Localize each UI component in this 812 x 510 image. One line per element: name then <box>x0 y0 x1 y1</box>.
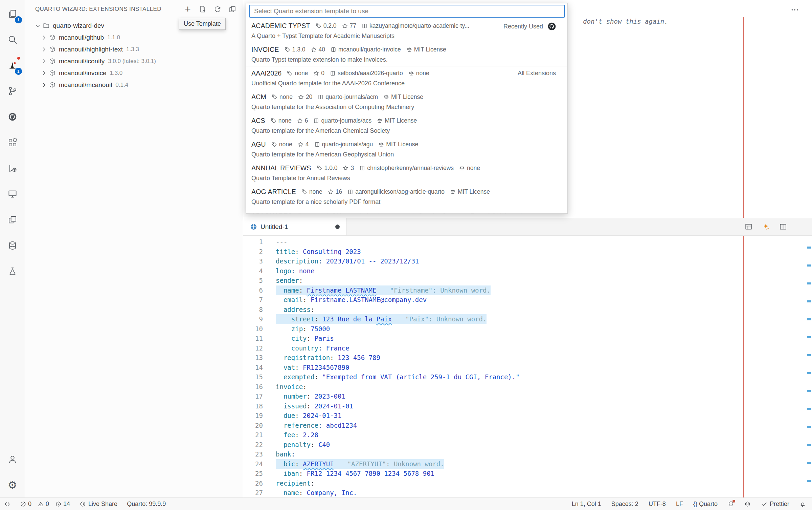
yaml-key: reference <box>284 422 318 429</box>
indentation-item[interactable]: Spaces: 2 <box>611 501 638 508</box>
split-editor-icon[interactable] <box>779 222 787 231</box>
star-icon <box>297 118 303 124</box>
code-line[interactable]: 6 name: Firstname LASTNAME"Firstname": U… <box>243 285 812 295</box>
code-line[interactable]: 2 title: Consulting 2023 <box>243 247 812 257</box>
run-debug-icon[interactable] <box>4 160 21 177</box>
code-line[interactable]: 25 iban: FR12 1234 4567 7890 1234 5678 9… <box>243 469 812 479</box>
code-line[interactable]: 27 name: Company, Inc. <box>243 488 812 497</box>
template-item[interactable]: AGU none 4 quarto-journals/agu <box>246 137 567 161</box>
line-number: 12 <box>243 343 263 353</box>
layers-icon[interactable] <box>4 211 21 228</box>
extension-row[interactable]: mcanouil/highlight-text 1.3.3 <box>25 43 243 55</box>
extension-row[interactable]: mcanouil/mcanouil 0.1.4 <box>25 79 243 91</box>
github-icon[interactable] <box>4 108 21 125</box>
code-line[interactable]: 11 city: Paris <box>243 334 812 343</box>
quick-pick-input[interactable] <box>249 5 565 18</box>
code-line[interactable]: 3 description: 2023/01/01 -- 2023/12/31 <box>243 256 812 266</box>
language-status-icon[interactable] <box>728 501 734 507</box>
extension-row[interactable]: mcanouil/invoice 1.3.0 <box>25 67 243 79</box>
prettier-item[interactable]: Prettier <box>761 501 789 508</box>
language-mode-item[interactable]: {} Quarto <box>693 501 718 508</box>
line-content: vat: FR1234567890 <box>276 363 349 373</box>
code-line[interactable]: 23 bank: <box>243 449 812 459</box>
code-line[interactable]: 4 logo: none <box>243 266 812 276</box>
accounts-icon[interactable] <box>4 451 21 468</box>
code-line[interactable]: 22 penalty: €40 <box>243 440 812 450</box>
search-icon[interactable] <box>4 31 21 48</box>
cursor-position[interactable]: Ln 1, Col 1 <box>572 501 601 508</box>
quarto-render-icon[interactable] <box>762 222 770 231</box>
code-line[interactable]: 10 zip: 75000 <box>243 324 812 334</box>
code-line[interactable]: 24 bic: AZERTYUI"AZERTYUI": Unknown word… <box>243 459 812 469</box>
encoding-item[interactable]: UTF-8 <box>649 501 666 508</box>
yaml-key: country <box>291 344 318 352</box>
code-line[interactable]: 9 street: 123 Rue de la Paix"Paix": Unkn… <box>243 314 812 324</box>
extension-row[interactable]: mcanouil/iconify 3.0.0 (latest: 3.0.1) <box>25 55 243 67</box>
code-line[interactable]: 26 recipient: <box>243 479 812 488</box>
code-line[interactable]: 14 vat: FR1234567890 <box>243 363 812 373</box>
open-editors-button[interactable] <box>228 5 237 14</box>
code-line[interactable]: 7 email: Firstname.LASTNAME@company.dev <box>243 295 812 305</box>
yaml-key: email <box>284 296 303 303</box>
more-actions-icon[interactable] <box>796 222 805 231</box>
code-line[interactable]: 5 sender: <box>243 276 812 285</box>
overview-ruler[interactable] <box>807 247 811 494</box>
settings-gear-icon[interactable]: ⚙ <box>4 476 21 493</box>
code-line[interactable]: 1 --- <box>243 237 812 247</box>
notifications-bell-icon[interactable] <box>799 501 806 507</box>
template-item[interactable]: INVOICE 1.3.0 40 mcanouil/quarto-invoice <box>246 43 567 66</box>
code-line[interactable]: 15 exempted: "Exempted from VAT (article… <box>243 372 812 382</box>
more-actions-icon[interactable] <box>790 5 799 14</box>
template-item[interactable]: ANNUAL REVIEWS 1.0.0 3 christopherkenny/… <box>246 161 567 185</box>
beaker-icon[interactable] <box>4 263 21 280</box>
quarto-wizard-icon[interactable]: 1 <box>4 57 21 74</box>
line-content: name: Company, Inc. <box>276 488 357 497</box>
open-github-button[interactable] <box>548 22 556 30</box>
bottom-editor[interactable]: 1 --- 2 title: Consulting 2023 3 descrip… <box>243 236 812 497</box>
explorer-icon[interactable]: 1 <box>4 5 21 22</box>
remote-explorer-icon[interactable] <box>4 186 21 203</box>
use-template-button[interactable] <box>198 5 207 14</box>
tab-label: Untitled-1 <box>261 223 288 231</box>
law-icon <box>378 142 384 147</box>
refresh-button[interactable] <box>213 5 222 14</box>
live-share-button[interactable]: Live Share <box>80 501 117 508</box>
database-icon[interactable] <box>4 237 21 254</box>
code-line[interactable]: 19 due: 2024-01-31 <box>243 411 812 421</box>
code-line[interactable]: 8 address: <box>243 305 812 315</box>
template-item[interactable]: ACM none 20 quarto-journals/acm <box>246 90 567 114</box>
template-item[interactable]: APAQUARTO none 216 wjschne/apaquarto <box>246 209 567 213</box>
code-line[interactable]: 17 number: 2023-001 <box>243 391 812 401</box>
template-item[interactable]: AAAI2026 none 0 selbosh/aaai2026-quarto <box>246 66 567 90</box>
code-line[interactable]: 16 invoice: <box>243 382 812 392</box>
quarto-version-item[interactable]: Quarto: 99.9.9 <box>127 501 166 508</box>
template-item[interactable]: ACS none 6 quarto-journals/acs <box>246 114 567 137</box>
yaml-key: vat <box>284 364 295 371</box>
template-item[interactable]: ACADEMIC TYPST 0.2.0 77 kazuyanagimoto/q… <box>246 19 567 43</box>
feedback-icon[interactable] <box>744 501 751 507</box>
line-content: penalty: €40 <box>276 440 330 450</box>
tab-untitled-1[interactable]: Untitled-1 <box>243 218 347 235</box>
eol-item[interactable]: LF <box>676 501 683 508</box>
extensions-icon[interactable] <box>4 134 21 151</box>
extension-row[interactable]: mcanouil/github 1.1.0 <box>25 31 243 43</box>
indent <box>276 431 284 439</box>
template-item[interactable]: AOG ARTICLE none 16 aarongullickson/aog-… <box>246 185 567 209</box>
code-line[interactable]: 18 issued: 2024-01-01 <box>243 401 812 411</box>
code-line[interactable]: 12 country: France <box>243 343 812 353</box>
problems-summary[interactable]: 0 0 14 <box>20 501 70 508</box>
tag-icon <box>271 142 277 147</box>
open-preview-icon[interactable] <box>744 222 753 231</box>
yaml-colon: : <box>295 364 303 371</box>
repo-icon <box>331 47 336 52</box>
yaml-key: due <box>284 412 295 419</box>
code-line[interactable]: 13 registration: 123 456 789 <box>243 353 812 363</box>
source-control-icon[interactable] <box>4 83 21 100</box>
template-description: Quarto Typst template extension to make … <box>251 55 562 64</box>
code-line[interactable]: 20 reference: abcd1234 <box>243 421 812 430</box>
yaml-value: none <box>299 267 315 275</box>
code-line[interactable]: 21 fee: 2.28 <box>243 430 812 440</box>
remote-indicator[interactable] <box>4 501 10 507</box>
add-extension-button[interactable]: + <box>183 5 192 14</box>
yaml-key: issued <box>284 402 307 410</box>
